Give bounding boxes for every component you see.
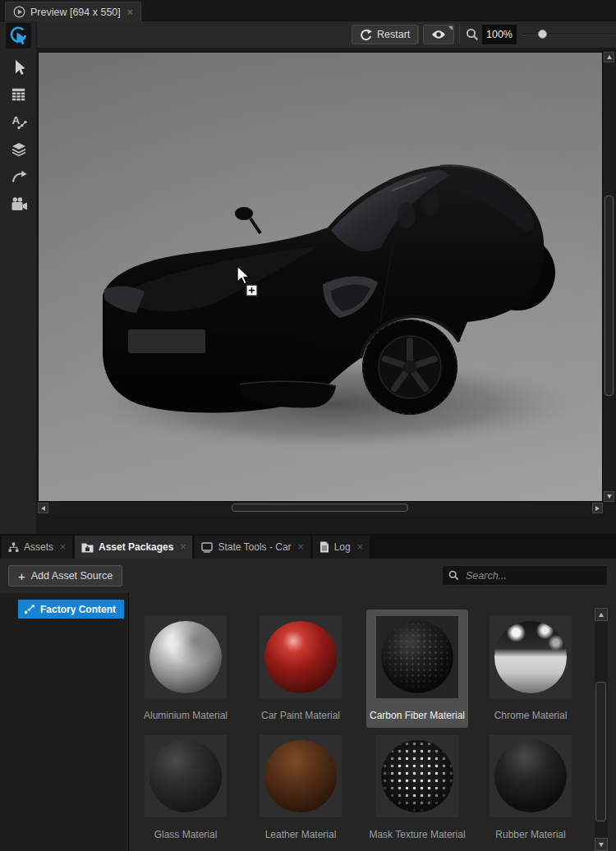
tab-asset-packages[interactable]: Asset Packages × — [75, 536, 192, 559]
vertical-scroll-thumb[interactable] — [605, 196, 614, 396]
material-thumbnail — [490, 735, 572, 817]
factory-content-label: Factory Content — [40, 604, 116, 615]
close-icon[interactable]: × — [127, 7, 133, 18]
material-item[interactable]: Aluminium Material — [135, 610, 237, 728]
material-item[interactable]: Car Paint Material — [250, 610, 352, 728]
panel-tabbar: Assets × Asset Packages × State Tools - … — [0, 534, 616, 559]
viewport-vertical-scrollbar[interactable] — [604, 52, 615, 502]
arrow-up-icon — [607, 55, 612, 59]
tool-interact-pointer[interactable] — [6, 23, 31, 48]
dropdown-corner-icon — [448, 26, 453, 30]
layers-icon — [10, 140, 28, 159]
arrow-left-icon — [41, 506, 45, 511]
preview-tab-title: Preview [694 x 550] — [30, 7, 121, 18]
add-asset-source-label: Add Asset Source — [31, 570, 113, 582]
scroll-left-button[interactable] — [38, 503, 48, 513]
asset-toolbar: + Add Asset Source — [0, 559, 616, 593]
asset-packages-panel: Factory Content Aluminium Material Car P… — [0, 593, 616, 851]
viewport-horizontal-scrollbar[interactable] — [38, 503, 603, 513]
material-item[interactable]: Mask Texture Material — [366, 729, 468, 847]
aluminium-sphere-preview — [149, 621, 222, 693]
material-item[interactable]: Leather Material — [250, 729, 352, 847]
tab-state-tools-car[interactable]: State Tools - Car × — [195, 536, 310, 559]
tool-transition-arrow[interactable] — [6, 163, 31, 189]
material-name: Chrome Material — [494, 710, 568, 721]
camera-icon — [10, 196, 28, 214]
zoom-slider-track[interactable] — [523, 34, 614, 35]
tab-assets[interactable]: Assets × — [2, 536, 72, 559]
zoom-magnifier-icon — [466, 28, 479, 41]
toolbar-separator — [459, 25, 460, 44]
material-item[interactable]: Glass Material — [135, 729, 237, 847]
restart-button[interactable]: Restart — [352, 25, 418, 44]
close-icon[interactable]: × — [298, 541, 304, 553]
material-thumbnail — [490, 616, 572, 698]
search-box[interactable] — [442, 565, 608, 586]
materials-scrollbar[interactable] — [595, 608, 608, 851]
state-window-icon — [201, 542, 213, 553]
material-item[interactable]: Rubber Material — [480, 729, 582, 847]
folder-package-icon — [81, 542, 94, 553]
arrow-up-icon — [599, 613, 604, 617]
scroll-down-button[interactable] — [604, 491, 614, 502]
horizontal-scroll-thumb[interactable] — [232, 504, 408, 512]
scroll-up-button[interactable] — [604, 52, 614, 62]
preview-tabbar: Preview [694 x 550] × — [0, 0, 616, 21]
tool-layers[interactable] — [6, 136, 31, 162]
asset-source-list: Factory Content — [0, 593, 129, 851]
tab-label: State Tools - Car — [218, 541, 291, 553]
materials-grid: Aluminium Material Car Paint Material Ca… — [130, 593, 616, 851]
close-icon[interactable]: × — [180, 541, 186, 553]
tab-log[interactable]: Log × — [313, 536, 370, 559]
car-model[interactable] — [39, 53, 603, 502]
scroll-down-button[interactable] — [595, 838, 608, 851]
assets-tree-icon — [8, 542, 19, 553]
font-animation-icon: A — [10, 113, 28, 131]
tab-preview[interactable]: Preview [694 x 550] × — [5, 2, 141, 21]
restart-label: Restart — [377, 29, 410, 40]
arrow-down-icon — [599, 843, 604, 847]
zoom-slider[interactable] — [523, 25, 614, 44]
application-window: Preview [694 x 550] × Restart 100% — [0, 0, 616, 851]
tab-label: Assets — [24, 541, 53, 553]
rubber-sphere-preview — [494, 740, 567, 812]
source-item-factory-content[interactable]: Factory Content — [18, 600, 124, 619]
tool-font-animation[interactable]: A — [6, 108, 31, 134]
svg-text:A: A — [11, 114, 20, 126]
glass-sphere-preview — [149, 740, 222, 812]
material-item-selected[interactable]: Carbon Fiber Material — [366, 610, 468, 728]
materials-scroll-thumb[interactable] — [595, 682, 606, 821]
tool-data-table[interactable] — [6, 81, 31, 107]
zoom-level-field[interactable]: 100% — [482, 25, 517, 44]
material-item[interactable]: Chrome Material — [480, 610, 582, 728]
play-icon — [13, 6, 25, 18]
search-icon — [448, 570, 459, 581]
material-thumbnail — [260, 616, 342, 698]
preview-toolbar: Restart 100% — [37, 21, 616, 48]
material-name: Car Paint Material — [261, 710, 340, 721]
plus-icon: + — [18, 570, 25, 582]
material-name: Mask Texture Material — [369, 829, 465, 840]
tool-camera[interactable] — [6, 191, 31, 217]
close-icon[interactable]: × — [357, 541, 363, 553]
leather-sphere-preview — [264, 740, 337, 812]
scroll-up-button[interactable] — [595, 608, 608, 621]
carbon-fiber-sphere-preview — [381, 621, 453, 693]
material-name: Aluminium Material — [144, 710, 228, 721]
scroll-right-button[interactable] — [592, 503, 603, 513]
zoom-slider-handle[interactable] — [538, 30, 547, 39]
add-asset-source-button[interactable]: + Add Asset Source — [8, 565, 122, 586]
transition-arrow-icon — [10, 168, 28, 186]
restart-icon — [360, 29, 372, 41]
3d-viewport[interactable] — [38, 52, 603, 502]
car-paint-sphere-preview — [264, 621, 337, 693]
material-name: Carbon Fiber Material — [370, 710, 465, 721]
search-input[interactable] — [464, 569, 601, 582]
visibility-button[interactable] — [423, 25, 454, 44]
log-document-icon — [319, 541, 329, 553]
data-table-icon — [10, 85, 27, 103]
tool-select-cursor[interactable] — [6, 54, 31, 80]
close-icon[interactable]: × — [60, 541, 66, 553]
chrome-sphere-preview — [494, 621, 567, 693]
factory-content-icon — [24, 605, 34, 614]
